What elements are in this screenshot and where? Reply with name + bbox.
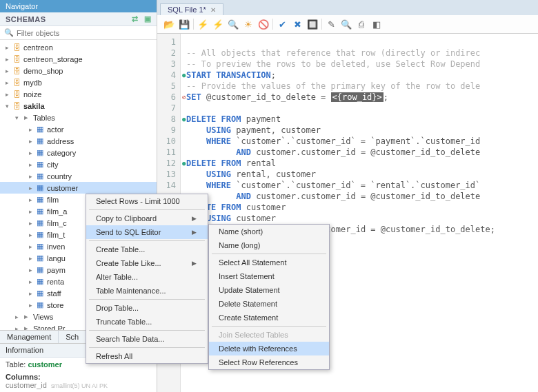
table-actor[interactable]: ▸actor xyxy=(0,123,157,135)
navigator-header: Navigator xyxy=(0,0,157,12)
submenu-join-disabled: Join Selected Tables xyxy=(209,328,329,342)
submenu-delete-refs[interactable]: Delete with References xyxy=(209,342,329,355)
info-table-val: customer xyxy=(28,360,62,369)
menu-copy-clipboard[interactable]: Copy to Clipboard▶ xyxy=(86,212,208,225)
menu-send-sql-editor[interactable]: Send to SQL Editor▶ xyxy=(86,225,208,239)
info-col1: customer_id xyxy=(6,381,47,389)
table-city[interactable]: ▸city xyxy=(0,158,157,170)
close-icon[interactable]: ✕ xyxy=(210,6,216,14)
gutter-marks: ● ⊘ ● ● xyxy=(182,37,186,169)
schemas-header: SCHEMAS ⇄ ▣ xyxy=(0,12,157,26)
tab-management[interactable]: Management xyxy=(0,331,59,343)
filter-input[interactable] xyxy=(17,29,152,37)
menu-refresh-all[interactable]: Refresh All xyxy=(86,349,208,363)
cancel-icon[interactable]: ✖ xyxy=(291,18,303,30)
db-demo-shop[interactable]: ▸demo_shop xyxy=(0,65,157,76)
beautify-icon[interactable]: ✎ xyxy=(325,18,337,30)
menu-create-table[interactable]: Create Table... xyxy=(86,243,208,256)
table-category[interactable]: ▸category xyxy=(0,147,157,158)
submenu-send-sql: Name (short) Name (long) Select All Stat… xyxy=(208,224,330,370)
submenu-select-all[interactable]: Select All Statement xyxy=(209,256,329,269)
file-tab-sql1[interactable]: SQL File 1* ✕ xyxy=(160,3,223,15)
db-noize[interactable]: ▸noize xyxy=(0,88,157,100)
schemas-label: SCHEMAS xyxy=(6,15,46,23)
submenu-update[interactable]: Update Statement xyxy=(209,283,329,297)
explain-plan-icon[interactable]: ☀ xyxy=(242,18,255,30)
menu-truncate-table[interactable]: Truncate Table... xyxy=(86,315,208,329)
refresh-icon[interactable]: ⇄ xyxy=(132,14,139,23)
submenu-create[interactable]: Create Statement xyxy=(209,311,329,324)
table-address[interactable]: ▸address xyxy=(0,135,157,147)
filter-row: 🔍 xyxy=(0,26,157,40)
sakila-tables[interactable]: ▾Tables xyxy=(0,112,157,123)
search-icon: 🔍 xyxy=(4,28,14,37)
tab-schemas[interactable]: Sch xyxy=(59,331,86,343)
limit-icon[interactable]: ⎙ xyxy=(355,18,368,30)
autocommit-icon[interactable]: 🔲 xyxy=(306,18,319,30)
execute-current-icon[interactable]: ⚡ xyxy=(212,18,224,30)
table-customer[interactable]: ▸customer xyxy=(0,182,157,194)
menu-drop-table[interactable]: Drop Table... xyxy=(86,301,208,315)
file-tab-label: SQL File 1* xyxy=(168,6,206,14)
menu-search-table-data[interactable]: Search Table Data... xyxy=(86,332,208,346)
open-icon[interactable]: 📂 xyxy=(163,18,175,30)
submenu-name-long[interactable]: Name (long) xyxy=(209,238,329,252)
commit-icon[interactable]: ✔ xyxy=(276,18,288,30)
menu-alter-table[interactable]: Alter Table... xyxy=(86,270,208,284)
stop-icon[interactable]: 🚫 xyxy=(257,18,270,30)
db-centreon-storage[interactable]: ▸centreon_storage xyxy=(0,53,157,65)
db-sakila[interactable]: ▾sakila xyxy=(0,100,157,112)
file-tabbar: SQL File 1* ✕ xyxy=(157,0,538,15)
submenu-name-short[interactable]: Name (short) xyxy=(209,225,329,238)
db-centreon[interactable]: ▸centreon xyxy=(0,41,157,53)
execute-icon[interactable]: ⚡ xyxy=(197,18,209,30)
info-table-key: Table: xyxy=(6,360,26,369)
explain-icon[interactable]: 🔍 xyxy=(227,18,239,30)
submenu-insert[interactable]: Insert Statement xyxy=(209,269,329,283)
submenu-delete[interactable]: Delete Statement xyxy=(209,297,329,311)
info-columns-label: Columns: xyxy=(6,373,41,381)
navigator-title: Navigator xyxy=(6,2,38,10)
wrap-icon[interactable]: ◧ xyxy=(370,18,383,30)
find-icon[interactable]: 🔍 xyxy=(340,18,352,30)
info-col1-type: smallint(5) UN AI PK xyxy=(51,382,108,389)
editor-toolbar: 📂 💾 ⚡ ⚡ 🔍 ☀ 🚫 ✔ ✖ 🔲 ✎ 🔍 ⎙ ◧ xyxy=(157,15,538,34)
save-icon[interactable]: 💾 xyxy=(178,18,190,30)
submenu-select-row-refs[interactable]: Select Row References xyxy=(209,355,329,369)
menu-table-maintenance[interactable]: Table Maintenance... xyxy=(86,284,208,298)
db-mydb[interactable]: ▸mydb xyxy=(0,76,157,88)
table-country[interactable]: ▸country xyxy=(0,170,157,182)
collapse-icon[interactable]: ▣ xyxy=(144,14,152,23)
menu-create-table-like[interactable]: Create Table Like...▶ xyxy=(86,256,208,270)
information-label: Information xyxy=(6,346,43,355)
menu-select-rows[interactable]: Select Rows - Limit 1000 xyxy=(86,194,208,208)
context-menu-table: Select Rows - Limit 1000 Copy to Clipboa… xyxy=(86,194,208,364)
